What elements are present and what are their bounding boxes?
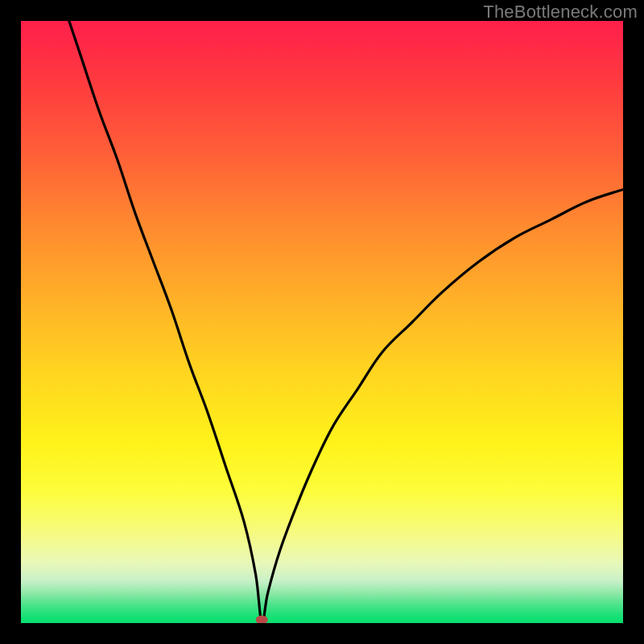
optimum-marker-icon xyxy=(256,616,268,624)
watermark-text: TheBottleneck.com xyxy=(483,2,638,23)
chart-svg xyxy=(21,21,623,623)
chart-frame: TheBottleneck.com xyxy=(0,0,644,644)
plot-area xyxy=(21,21,623,623)
bottleneck-curve xyxy=(69,21,623,623)
